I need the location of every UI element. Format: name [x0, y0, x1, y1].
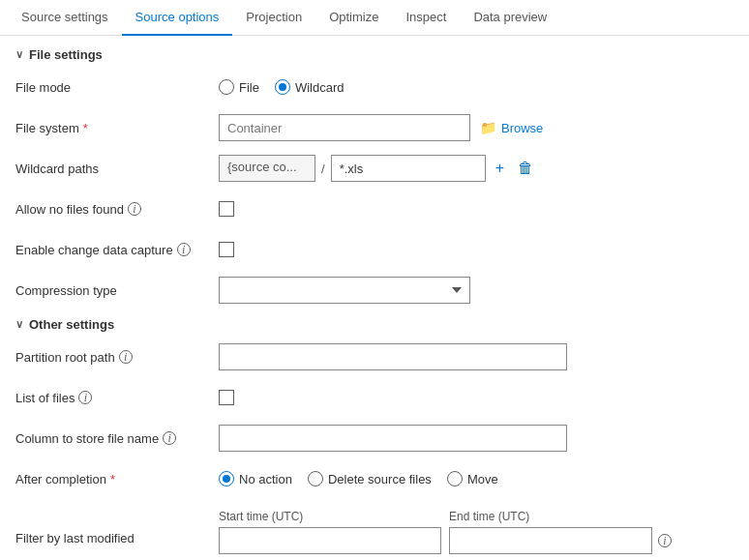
column-store-row: Column to store file name i: [15, 425, 734, 452]
filter-by-modified-label: Filter by last modified: [15, 510, 219, 545]
after-completion-radio-group: No action Delete source files Move: [219, 471, 498, 486]
after-completion-label: After completion: [15, 472, 219, 486]
enable-cdc-checkbox[interactable]: [219, 242, 234, 257]
wildcard-paths-control: {source co... / + 🗑: [219, 155, 734, 182]
list-of-files-checkbox[interactable]: [219, 390, 234, 405]
wildcard-prefix-display: {source co...: [219, 155, 315, 182]
end-time-col: End time (UTC) i: [449, 510, 672, 554]
tab-inspect[interactable]: Inspect: [392, 0, 460, 36]
tabs-bar: Source settingsSource optionsProjectionO…: [0, 0, 749, 36]
file-mode-label: File mode: [15, 80, 219, 95]
allow-no-files-control: [219, 201, 734, 217]
move-radio-item[interactable]: Move: [447, 471, 498, 486]
wildcard-radio-label: Wildcard: [295, 80, 345, 95]
partition-root-info-icon: i: [119, 350, 133, 364]
start-time-input[interactable]: [219, 527, 441, 554]
partition-root-control: [219, 343, 734, 370]
file-settings-title: File settings: [29, 47, 103, 62]
delete-wildcard-button[interactable]: 🗑: [514, 158, 537, 179]
compression-type-label: Compression type: [15, 283, 219, 298]
start-time-label: Start time (UTC): [219, 510, 441, 523]
list-of-files-info-icon: i: [78, 391, 92, 404]
chevron-icon: ∨: [15, 48, 23, 61]
column-store-control: [219, 425, 734, 452]
file-mode-radio-group: File Wildcard: [219, 79, 345, 95]
column-store-input[interactable]: [219, 425, 567, 452]
end-time-input[interactable]: [449, 527, 652, 554]
list-of-files-label: List of files i: [15, 391, 219, 405]
enable-cdc-label: Enable change data capture i: [15, 243, 219, 257]
tab-source-options[interactable]: Source options: [122, 0, 233, 36]
file-mode-control: File Wildcard: [219, 79, 734, 95]
wildcard-paths-label: Wildcard paths: [15, 162, 219, 176]
tab-optimize[interactable]: Optimize: [315, 0, 392, 36]
file-settings-section: ∨ File settings File mode File Wildcard: [15, 47, 734, 304]
tab-source-settings[interactable]: Source settings: [8, 0, 122, 36]
tab-data-preview[interactable]: Data preview: [460, 0, 560, 36]
list-of-files-row: List of files i: [15, 384, 734, 411]
partition-root-label: Partition root path i: [15, 350, 219, 365]
file-mode-row: File mode File Wildcard: [15, 74, 734, 101]
no-action-radio-item[interactable]: No action: [219, 471, 292, 486]
after-completion-control: No action Delete source files Move: [219, 471, 734, 486]
file-system-label: File system: [15, 121, 219, 135]
tab-projection[interactable]: Projection: [232, 0, 315, 36]
wildcard-inputs: {source co... / + 🗑: [219, 155, 537, 182]
file-system-control: 📁 Browse: [219, 114, 734, 141]
other-settings-title: Other settings: [29, 317, 114, 332]
file-system-input[interactable]: [219, 114, 470, 141]
allow-no-files-checkbox[interactable]: [219, 201, 234, 217]
compression-type-row: Compression type gzip bzip2 deflate: [15, 277, 734, 304]
partition-root-input[interactable]: [219, 343, 567, 370]
filter-grid: Start time (UTC) End time (UTC) i: [219, 510, 672, 554]
move-label: Move: [467, 472, 498, 486]
end-time-info-icon: i: [658, 534, 672, 547]
add-wildcard-button[interactable]: +: [492, 158, 508, 179]
after-completion-row: After completion No action Delete source…: [15, 465, 734, 492]
no-action-label: No action: [239, 472, 292, 486]
no-action-radio[interactable]: [219, 471, 234, 486]
enable-cdc-info-icon: i: [177, 243, 191, 256]
wildcard-value-input[interactable]: [331, 155, 486, 182]
file-radio-item[interactable]: File: [219, 79, 259, 95]
filter-by-modified-row: Filter by last modified Start time (UTC)…: [15, 506, 734, 554]
move-radio[interactable]: [447, 471, 463, 486]
file-radio-label: File: [239, 80, 259, 95]
filter-by-modified-control: Start time (UTC) End time (UTC) i: [219, 510, 734, 554]
file-settings-header[interactable]: ∨ File settings: [15, 47, 734, 62]
browse-button[interactable]: 📁 Browse: [478, 116, 545, 139]
column-store-label: Column to store file name i: [15, 431, 219, 446]
file-radio[interactable]: [219, 79, 234, 95]
allow-no-files-label: Allow no files found i: [15, 202, 219, 217]
start-time-col: Start time (UTC): [219, 510, 441, 554]
column-store-info-icon: i: [163, 431, 176, 445]
compression-type-control: gzip bzip2 deflate: [219, 277, 734, 304]
list-of-files-control: [219, 390, 734, 405]
other-chevron-icon: ∨: [15, 318, 23, 331]
wildcard-paths-row: Wildcard paths {source co... / + 🗑: [15, 155, 734, 182]
allow-no-files-row: Allow no files found i: [15, 195, 734, 222]
enable-cdc-control: [219, 242, 734, 257]
delete-files-radio[interactable]: [308, 471, 323, 486]
delete-files-label: Delete source files: [328, 472, 432, 486]
wildcard-radio[interactable]: [275, 79, 290, 95]
other-settings-section: ∨ Other settings Partition root path i L…: [15, 317, 734, 554]
wildcard-radio-item[interactable]: Wildcard: [275, 79, 345, 95]
other-settings-header[interactable]: ∨ Other settings: [15, 317, 734, 332]
slash-separator: /: [321, 162, 325, 176]
content-area: ∨ File settings File mode File Wildcard: [0, 36, 749, 555]
file-system-row: File system 📁 Browse: [15, 114, 734, 141]
compression-type-select[interactable]: gzip bzip2 deflate: [219, 277, 470, 304]
end-time-label: End time (UTC): [449, 510, 672, 523]
enable-cdc-row: Enable change data capture i: [15, 236, 734, 263]
partition-root-row: Partition root path i: [15, 343, 734, 370]
allow-no-files-info-icon: i: [128, 202, 141, 216]
folder-icon: 📁: [480, 120, 496, 135]
browse-label: Browse: [501, 121, 543, 135]
delete-files-radio-item[interactable]: Delete source files: [308, 471, 432, 486]
